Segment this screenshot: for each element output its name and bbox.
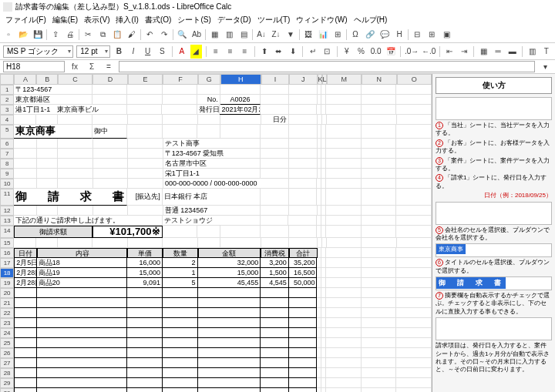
print-icon[interactable]: 🖨: [63, 28, 77, 42]
cell[interactable]: [396, 105, 432, 115]
cell[interactable]: [289, 298, 318, 308]
cell[interactable]: 32,000: [198, 258, 261, 268]
cell[interactable]: [261, 216, 289, 226]
row-header[interactable]: 7: [0, 149, 14, 159]
date-icon[interactable]: 📅: [385, 45, 397, 59]
col-header[interactable]: O: [397, 74, 432, 85]
cell[interactable]: [362, 358, 397, 368]
chart-icon[interactable]: 📊: [316, 28, 330, 42]
cell[interactable]: [36, 238, 57, 248]
cell[interactable]: [92, 85, 128, 95]
cell[interactable]: 35,200: [289, 258, 318, 268]
cell[interactable]: [326, 358, 362, 368]
row-header[interactable]: 3: [0, 105, 14, 115]
col-header[interactable]: E: [128, 74, 163, 85]
cell[interactable]: [127, 125, 163, 139]
formula-input[interactable]: [119, 61, 535, 72]
pivot-icon[interactable]: ⊞: [331, 28, 345, 42]
cell[interactable]: [326, 258, 362, 268]
cell[interactable]: [362, 139, 397, 149]
cell[interactable]: [128, 179, 163, 189]
cell[interactable]: 商品18: [37, 258, 128, 268]
cell[interactable]: [127, 388, 163, 392]
cell[interactable]: 50,000: [289, 278, 318, 288]
cell[interactable]: [37, 378, 128, 388]
cell[interactable]: [261, 368, 289, 378]
cell[interactable]: [396, 169, 432, 179]
menu-item[interactable]: 挿入(I): [113, 15, 140, 25]
cell[interactable]: [58, 238, 92, 248]
cell[interactable]: 発行日: [197, 105, 220, 115]
cell[interactable]: [261, 358, 289, 368]
cell[interactable]: 日付: [14, 248, 36, 258]
cell[interactable]: [127, 338, 163, 348]
cell[interactable]: [362, 95, 397, 105]
col-header[interactable]: M: [327, 74, 362, 85]
row-header[interactable]: 25: [0, 338, 14, 348]
cell[interactable]: [198, 348, 261, 358]
col-header[interactable]: N: [362, 74, 396, 85]
row-header[interactable]: 12: [0, 206, 14, 216]
cell[interactable]: [261, 125, 289, 139]
cell[interactable]: [93, 149, 129, 159]
cell[interactable]: [14, 348, 36, 358]
cell[interactable]: [93, 159, 129, 169]
cell[interactable]: [163, 328, 198, 338]
cell[interactable]: [127, 288, 163, 298]
cell[interactable]: [396, 318, 432, 328]
row-header[interactable]: 26: [0, 348, 14, 358]
cell[interactable]: [326, 206, 362, 216]
cell[interactable]: [127, 348, 163, 358]
save-icon[interactable]: 💾: [31, 28, 45, 42]
cell[interactable]: [128, 115, 163, 125]
cell[interactable]: 2月5日: [14, 258, 36, 268]
cell[interactable]: [37, 348, 128, 358]
cell[interactable]: [14, 358, 36, 368]
cell[interactable]: [198, 378, 261, 388]
cell[interactable]: [326, 226, 362, 238]
cell[interactable]: [362, 278, 397, 288]
row-header[interactable]: 5: [0, 125, 14, 139]
cell[interactable]: [198, 358, 261, 368]
cell[interactable]: [14, 149, 36, 159]
brush-icon[interactable]: 🖌: [125, 28, 139, 42]
row-header[interactable]: 20: [0, 288, 14, 298]
cell[interactable]: [220, 125, 261, 139]
align-right-icon[interactable]: ≡: [239, 45, 251, 59]
cell[interactable]: [362, 348, 397, 358]
cell[interactable]: [14, 338, 36, 348]
cell[interactable]: [261, 149, 289, 159]
cell[interactable]: [261, 189, 289, 206]
cell[interactable]: [362, 216, 397, 226]
cell[interactable]: 2: [163, 258, 198, 268]
cond-fmt-icon[interactable]: ▥: [526, 45, 538, 59]
cell[interactable]: 2月28日: [14, 278, 36, 288]
cell[interactable]: [326, 278, 362, 288]
cell[interactable]: [289, 95, 318, 105]
cell[interactable]: [37, 338, 128, 348]
fx-icon[interactable]: fx: [68, 60, 82, 74]
cell[interactable]: [362, 85, 397, 95]
cell[interactable]: [127, 85, 163, 95]
cell[interactable]: [362, 159, 397, 169]
cell[interactable]: [163, 318, 198, 328]
cell[interactable]: [261, 238, 289, 248]
cell[interactable]: [326, 318, 362, 328]
cell[interactable]: [261, 308, 289, 318]
bold-icon[interactable]: B: [113, 45, 125, 59]
cell[interactable]: [326, 125, 362, 139]
menu-item[interactable]: ツール(T): [255, 15, 293, 25]
cell[interactable]: 港1丁目1-1 東京商事ビル: [14, 105, 127, 115]
highlight-icon[interactable]: ◢: [190, 45, 202, 59]
row-header[interactable]: 8: [0, 159, 14, 169]
cell[interactable]: [362, 115, 396, 125]
row-icon[interactable]: ▦: [207, 28, 221, 42]
cell[interactable]: [261, 388, 289, 392]
row-header[interactable]: 24: [0, 328, 14, 338]
menu-item[interactable]: 編集(E): [50, 15, 80, 25]
cell[interactable]: 3,200: [261, 258, 289, 268]
cell[interactable]: [振込先]: [127, 189, 163, 206]
cell[interactable]: [289, 368, 318, 378]
cell[interactable]: [127, 378, 163, 388]
cell[interactable]: [127, 328, 163, 338]
